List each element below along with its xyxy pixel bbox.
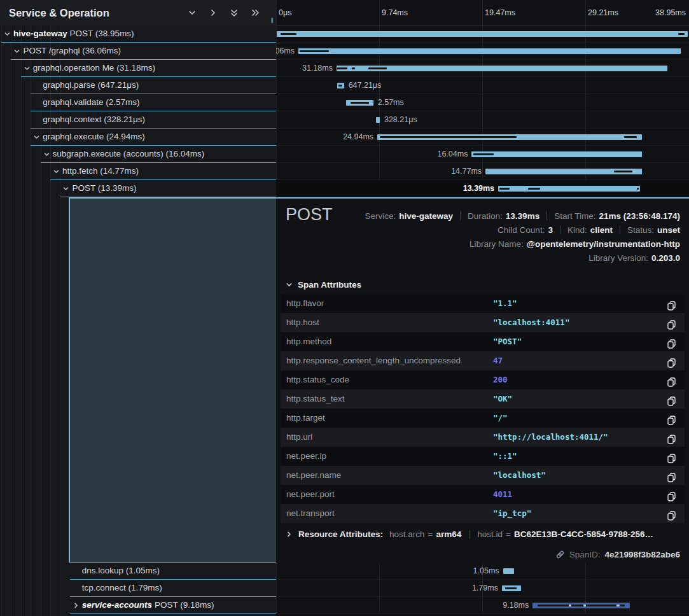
- span-bar[interactable]: [337, 66, 667, 71]
- chevron-down-icon[interactable]: [43, 151, 50, 158]
- span-tree-row[interactable]: hive-gateway POST (38.95ms): [0, 25, 276, 43]
- span-tree-row[interactable]: POST (13.39ms): [0, 180, 276, 197]
- span-bar[interactable]: [503, 568, 514, 574]
- child-span-marker: [473, 153, 494, 155]
- chevron-down-icon[interactable]: [13, 48, 20, 55]
- span-bar[interactable]: [298, 48, 681, 54]
- span-tree-label: graphql.validate (2.57ms): [43, 94, 139, 111]
- span-tree-row[interactable]: graphql.operation Me (31.18ms): [0, 60, 276, 77]
- trace-viewer: Service & Operation ‖ hive-gateway POST …: [0, 0, 689, 616]
- waterfall-row[interactable]: 14.77ms: [276, 163, 689, 180]
- link-icon[interactable]: [555, 550, 565, 559]
- attribute-key: http.status_code: [286, 370, 349, 389]
- span-tree-panel: Service & Operation ‖ hive-gateway POST …: [0, 0, 276, 616]
- waterfall-row[interactable]: 16.04ms: [276, 146, 689, 163]
- span-tree-row[interactable]: http.fetch (14.77ms): [0, 163, 276, 180]
- span-bar[interactable]: [502, 585, 521, 591]
- waterfall-row[interactable]: 1.79ms: [276, 580, 689, 597]
- span-bar[interactable]: [471, 151, 641, 157]
- waterfall-row[interactable]: 647.21μs: [276, 77, 689, 94]
- attribute-key: http.host: [286, 313, 319, 332]
- chevrons-right-icon[interactable]: [251, 8, 260, 17]
- divider: [560, 225, 560, 234]
- chevron-down-icon[interactable]: [62, 185, 69, 192]
- attribute-key: http.url: [286, 428, 312, 447]
- span-duration-label: 24.94ms: [343, 129, 373, 145]
- divider: [546, 211, 547, 220]
- waterfall-row[interactable]: 328.21μs: [276, 111, 689, 129]
- chevron-right-icon[interactable]: [73, 602, 80, 609]
- span-tree-row[interactable]: graphql.validate (2.57ms): [0, 94, 276, 111]
- chevron-down-icon[interactable]: [24, 65, 31, 72]
- resource-key: host.arch: [389, 529, 425, 539]
- overview-label: Kind:: [567, 225, 587, 235]
- span-tree-row[interactable]: dns.lookup (1.05ms): [0, 563, 276, 580]
- timeline-panel: 0μs9.74ms19.47ms29.21ms38.95ms 38.95ms36…: [276, 0, 689, 616]
- span-tree-row[interactable]: subgraph.execute (accounts) (16.04ms): [0, 146, 276, 163]
- timeline-ruler: 0μs9.74ms19.47ms29.21ms38.95ms: [276, 0, 689, 26]
- waterfall-row[interactable]: 13.39ms: [276, 180, 689, 197]
- span-tree-label: graphql.context (328.21μs): [43, 111, 145, 128]
- waterfall-row[interactable]: 36.06ms: [276, 43, 689, 60]
- span-duration-label: 1.79ms: [472, 580, 498, 596]
- attribute-key: http.method: [286, 332, 331, 351]
- overview-value: 0.203.0: [651, 253, 680, 263]
- chevron-right-icon[interactable]: [209, 8, 218, 17]
- chevron-down-icon[interactable]: [188, 8, 197, 17]
- chevrons-down-icon[interactable]: [230, 8, 239, 17]
- chevron-down-icon[interactable]: [53, 168, 60, 175]
- chevron-down-icon[interactable]: [33, 134, 40, 141]
- child-span-marker: [352, 67, 355, 69]
- span-tree-row[interactable]: graphql.execute (24.94ms): [0, 129, 276, 146]
- span-tree-row[interactable]: graphql.context (328.21μs): [0, 111, 276, 129]
- child-span-marker: [368, 67, 387, 69]
- panel-resize-handle[interactable]: ‖: [270, 17, 274, 24]
- span-tree-label: graphql.operation Me (31.18ms): [33, 60, 155, 76]
- copy-icon[interactable]: [667, 508, 676, 528]
- child-span-marker: [505, 587, 517, 589]
- span-tree-row[interactable]: graphql.parse (647.21μs): [0, 77, 276, 94]
- chevron-down-icon[interactable]: [4, 31, 11, 38]
- waterfall-top: 38.95ms36.06ms31.18ms647.21μs2.57ms328.2…: [276, 25, 689, 197]
- waterfall-row[interactable]: 2.57ms: [276, 94, 689, 111]
- waterfall-row[interactable]: 1.05ms: [276, 563, 689, 580]
- ruler-tick-label: 38.95ms: [655, 0, 686, 25]
- waterfall-row[interactable]: 24.94ms: [276, 129, 689, 146]
- resource-attributes-title: Resource Attributes:: [298, 529, 383, 539]
- span-bar[interactable]: [277, 31, 688, 37]
- attribute-key: http.target: [286, 409, 325, 428]
- span-bar[interactable]: [532, 603, 630, 608]
- span-bar[interactable]: [498, 186, 640, 192]
- attribute-value: "::1": [493, 447, 517, 466]
- waterfall-row[interactable]: 38.95ms: [276, 25, 689, 43]
- span-tree-row[interactable]: tcp.connect (1.79ms): [0, 580, 276, 597]
- attribute-key: net.transport: [286, 504, 335, 523]
- overview-value: unset: [657, 225, 680, 235]
- attribute-value: "ip_tcp": [493, 504, 531, 523]
- span-row-underline: [70, 613, 276, 614]
- span-bar[interactable]: [346, 100, 373, 106]
- child-span-marker: [624, 136, 637, 138]
- chevron-down-icon: [286, 281, 293, 288]
- span-duration-label: 14.77ms: [451, 163, 482, 179]
- waterfall-row[interactable]: 31.18ms: [276, 60, 689, 77]
- attribute-key: net.peer.name: [286, 466, 341, 485]
- ruler-tick-label: 0μs: [279, 0, 291, 25]
- span-bar[interactable]: [376, 117, 379, 123]
- overview-value: 3: [548, 225, 553, 235]
- span-attributes-header[interactable]: Span Attributes: [286, 280, 361, 290]
- span-bar[interactable]: [485, 169, 642, 174]
- overview-label: Start Time:: [554, 211, 595, 221]
- overview-value: client: [590, 225, 613, 235]
- span-duration-label: 1.05ms: [473, 563, 499, 579]
- child-span-marker: [528, 188, 540, 190]
- resource-attributes-row[interactable]: Resource Attributes: host.arch=arm64host…: [286, 529, 653, 539]
- waterfall-row[interactable]: 9.18ms: [276, 597, 689, 614]
- attribute-row: http.target"/": [281, 409, 685, 428]
- attribute-row: http.status_code200: [281, 370, 685, 389]
- span-bar[interactable]: [337, 83, 344, 88]
- span-tree-row[interactable]: service-accounts POST (9.18ms): [0, 597, 276, 614]
- attribute-key: http.status_text: [286, 389, 345, 409]
- span-bar[interactable]: [377, 134, 642, 140]
- span-tree-row[interactable]: POST /graphql (36.06ms): [0, 43, 276, 60]
